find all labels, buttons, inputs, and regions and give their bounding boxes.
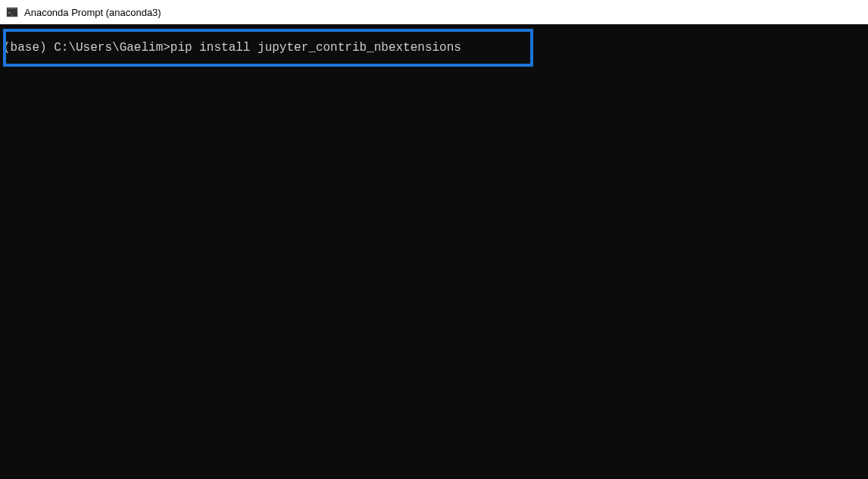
terminal-icon: >_ — [6, 6, 18, 18]
window-title-bar: >_ Anaconda Prompt (anaconda3) — [0, 0, 868, 24]
svg-text:>_: >_ — [8, 10, 14, 16]
terminal-prompt: (base) C:\Users\Gaelim> — [3, 41, 170, 55]
terminal-line: (base) C:\Users\Gaelim>pip install jupyt… — [0, 30, 868, 56]
terminal-command: pip install jupyter_contrib_nbextensions — [170, 41, 461, 55]
svg-rect-1 — [7, 8, 17, 9]
terminal-viewport[interactable]: (base) C:\Users\Gaelim>pip install jupyt… — [0, 24, 868, 479]
window-title: Anaconda Prompt (anaconda3) — [24, 7, 161, 18]
